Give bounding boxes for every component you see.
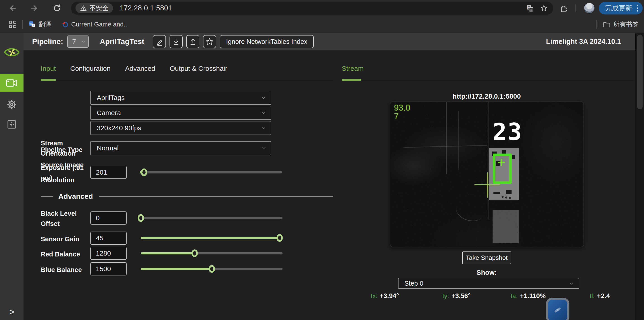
back-icon[interactable] [8, 3, 18, 13]
black-level-slider[interactable] [141, 217, 282, 219]
forward-icon[interactable] [30, 3, 39, 13]
url-text[interactable]: 172.28.0.1:5801 [120, 4, 172, 12]
tab-stream[interactable]: Stream [342, 65, 364, 72]
sensor-gain-input[interactable] [90, 232, 126, 245]
pipeline-type-select[interactable]: AprilTags [90, 91, 271, 105]
star-icon [205, 37, 214, 46]
limelight-logo [0, 44, 24, 60]
stream-orientation-value: Normal [97, 144, 261, 152]
show-label: Show: [464, 269, 509, 276]
translate-widget-icon [551, 304, 564, 316]
update-button[interactable]: 完成更新 [599, 2, 643, 15]
sidebar-item-calibration[interactable] [0, 119, 24, 130]
red-balance-slider[interactable] [141, 252, 282, 254]
chevron-down-icon [261, 112, 266, 114]
bookmark-star-icon[interactable] [539, 3, 549, 13]
stream-orientation-select[interactable]: Normal [90, 141, 271, 155]
advanced-heading: Advanced [58, 192, 93, 201]
metric-label: tl: [590, 292, 595, 300]
stream-latency: 7 [394, 112, 410, 121]
sidebar-item-pipeline[interactable] [0, 74, 24, 92]
profile-avatar[interactable] [584, 3, 595, 14]
tab-configuration[interactable]: Configuration [70, 65, 110, 72]
camera-stream-view[interactable]: 93.0 7 23 [390, 102, 584, 247]
pipeline-header: Pipeline: 7 AprilTagTest Ignore NetworkT… [24, 33, 636, 51]
resolution-select[interactable]: 320x240 90fps [90, 121, 271, 135]
page-scrollbar[interactable] [636, 33, 644, 320]
stream-artifact [446, 102, 447, 174]
stream-tabs-underline [342, 80, 634, 81]
gear-icon [6, 99, 18, 110]
metric-value: +3.94° [380, 292, 399, 300]
source-image-select[interactable]: Camera [90, 106, 271, 120]
slider-thumb[interactable] [141, 168, 147, 176]
slider-thumb[interactable] [276, 234, 283, 242]
tab-input[interactable]: Input [41, 65, 56, 72]
main-content: Input Configuration Advanced Output & Cr… [24, 51, 636, 320]
metric-label: ty: [442, 292, 449, 300]
stream-url-caption: http://172.28.0.1:5800 [419, 93, 554, 100]
sidebar-item-settings[interactable] [0, 99, 24, 110]
metric-label: tx: [371, 292, 378, 300]
translate-favicon: G文 [29, 21, 36, 28]
stream-noise [390, 102, 584, 247]
stream-artifact [458, 111, 459, 170]
advanced-section-divider: Advanced [41, 192, 333, 200]
apps-grid-icon[interactable] [9, 21, 16, 28]
chevron-down-icon [261, 96, 266, 99]
blue-balance-input[interactable] [90, 262, 126, 275]
black-level-input[interactable] [90, 211, 126, 225]
menu-kebab-icon[interactable] [637, 5, 638, 12]
download-pipeline-button[interactable] [170, 35, 183, 48]
bookmarks-divider [596, 20, 597, 29]
immersive-translate-widget[interactable] [546, 298, 570, 320]
warning-icon [80, 5, 87, 12]
pipeline-index-value: 7 [72, 38, 82, 46]
svg-text:文: 文 [32, 24, 34, 27]
address-bar[interactable]: 不安全 172.28.0.1:5801 G文 [71, 2, 553, 15]
apriltag-outline [493, 154, 512, 184]
metric-ty: ty: +3.56° [421, 292, 492, 300]
update-label: 完成更新 [605, 4, 632, 13]
show-step-select[interactable]: Step 0 [398, 278, 579, 289]
exposure-input[interactable] [90, 166, 126, 179]
first-favicon [61, 21, 68, 28]
firmware-version: Limelight 3A 2024.10.1 [546, 38, 621, 46]
exposure-label: Exposure (.01 ms) [41, 163, 89, 183]
stream-fps-overlay: 93.0 7 [394, 104, 410, 121]
sidebar-expand-button[interactable]: > [0, 306, 24, 318]
red-balance-label: Red Balance [41, 249, 89, 259]
ignore-networktables-button[interactable]: Ignore NetworkTables Index [220, 35, 314, 48]
metric-value: +3.56° [452, 292, 470, 300]
slider-thumb[interactable] [209, 265, 215, 273]
tab-output-crosshair[interactable]: Output & Crosshair [170, 65, 228, 72]
upload-pipeline-button[interactable] [186, 35, 199, 48]
security-chip[interactable]: 不安全 [76, 3, 113, 13]
take-snapshot-button[interactable]: Take Snapshot [462, 251, 511, 264]
pencil-icon [155, 37, 164, 46]
favorite-pipeline-button[interactable] [203, 35, 216, 48]
red-balance-input[interactable] [90, 247, 126, 260]
edit-pipeline-button[interactable] [153, 35, 166, 48]
extensions-icon[interactable] [558, 3, 569, 13]
stream-fps: 93.0 [394, 104, 410, 112]
slider-thumb[interactable] [192, 249, 198, 257]
browser-toolbar: 不安全 172.28.0.1:5801 G文 完成更新 [0, 0, 644, 16]
reload-icon[interactable] [52, 3, 62, 13]
bookmark-translate[interactable]: G文 翻译 [29, 20, 51, 29]
screen: 不安全 172.28.0.1:5801 G文 完成更新 G文 翻译 [0, 0, 644, 320]
show-step-value: Step 0 [404, 280, 569, 287]
security-label: 不安全 [90, 4, 108, 13]
slider-thumb[interactable] [138, 214, 144, 222]
bookmark-current-game[interactable]: Current Game and... [61, 21, 129, 28]
scrollbar-thumb[interactable] [637, 35, 643, 109]
translate-page-icon[interactable]: G文 [525, 3, 535, 13]
all-bookmarks-button[interactable]: 所有书签 [603, 20, 638, 29]
tab-advanced[interactable]: Advanced [125, 65, 155, 72]
blue-balance-slider[interactable] [141, 268, 282, 270]
slider-fill [141, 252, 194, 254]
exposure-slider[interactable] [140, 171, 282, 173]
sensor-gain-slider[interactable] [141, 237, 282, 239]
pipeline-index-select[interactable]: 7 [67, 36, 88, 48]
pipeline-type-value: AprilTags [97, 94, 261, 102]
